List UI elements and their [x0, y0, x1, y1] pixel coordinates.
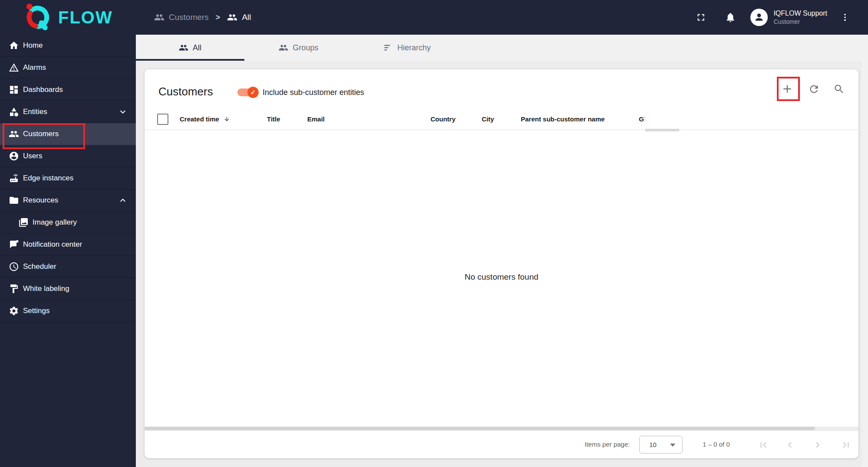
sidebar-item-resources[interactable]: Resources — [0, 189, 136, 212]
column-header-truncated[interactable]: G — [639, 108, 645, 130]
sidebar-item-entities[interactable]: Entities — [0, 101, 136, 123]
photo-library-icon — [18, 217, 29, 228]
sidebar-item-customers[interactable]: Customers — [0, 123, 136, 145]
sidebar-item-label: Scheduler — [23, 262, 56, 271]
sidebar-item-label: Dashboards — [23, 85, 63, 94]
table-header-row: Created time Title Email Country City Pa… — [145, 108, 858, 130]
sidebar-item-label: Users — [23, 152, 42, 160]
select-all-checkbox[interactable] — [157, 114, 168, 125]
column-header-parent-sub-customer[interactable]: Parent sub-customer name — [521, 108, 605, 130]
last-page-icon — [840, 439, 852, 451]
people-icon — [227, 12, 237, 23]
sidebar-item-label: Resources — [23, 196, 58, 205]
fullscreen-icon — [695, 12, 707, 23]
shapes-icon — [9, 107, 19, 117]
top-header-bar: FLOW Customers > All — [0, 0, 868, 35]
sidebar-item-scheduler[interactable]: Scheduler — [0, 256, 136, 278]
chevron-up-icon — [118, 195, 128, 206]
tab-all[interactable]: All — [136, 35, 244, 61]
toggle-thumb-check-icon: ✓ — [247, 87, 259, 98]
router-icon — [9, 173, 19, 183]
notifications-bell-icon — [725, 12, 736, 23]
customers-tab-bar: All Groups Hierarchy — [136, 35, 868, 61]
dashboards-grid-icon — [9, 85, 19, 95]
sidebar-item-label: White labeling — [23, 284, 69, 293]
iq-logo-icon — [23, 2, 55, 33]
app-root: FLOW Customers > All — [0, 0, 868, 467]
sidebar-item-settings[interactable]: Settings — [0, 300, 136, 322]
column-header-title[interactable]: Title — [267, 108, 280, 130]
column-header-city[interactable]: City — [482, 108, 494, 130]
sidebar-item-label: Customers — [23, 130, 59, 138]
items-per-page-label: Items per page: — [585, 431, 630, 458]
search-button[interactable] — [830, 80, 848, 98]
user-name: IQFLOW Support — [773, 9, 827, 18]
sidebar-item-image-gallery[interactable]: Image gallery — [0, 212, 136, 234]
first-page-icon — [758, 439, 769, 451]
card-title: Customers — [158, 85, 213, 98]
refresh-button[interactable] — [805, 80, 822, 98]
next-page-button[interactable] — [809, 436, 826, 454]
first-page-button[interactable] — [755, 436, 772, 454]
more-menu-button[interactable] — [838, 9, 852, 26]
breadcrumb-label: Customers — [169, 13, 209, 22]
account-circle-icon — [9, 151, 19, 161]
sidebar-item-notification-center[interactable]: Notification center — [0, 234, 136, 256]
folder-icon — [9, 195, 19, 206]
sidebar-item-edge-instances[interactable]: Edge instances — [0, 167, 136, 189]
sidebar-item-label: Entities — [23, 108, 47, 116]
vertical-scrollbar-track[interactable] — [862, 35, 868, 467]
sidebar-item-white-labeling[interactable]: White labeling — [0, 278, 136, 300]
horizontal-scrollbar-thumb[interactable] — [145, 427, 815, 430]
warning-triangle-icon — [9, 62, 19, 73]
people-icon — [9, 129, 19, 139]
customers-table-card: Customers ✓ Include sub-customer entitie… — [145, 69, 858, 458]
user-avatar[interactable] — [750, 9, 768, 26]
sidebar-item-label: Alarms — [23, 63, 46, 72]
column-header-country[interactable]: Country — [431, 108, 456, 130]
horizontal-scrollbar-track — [145, 427, 858, 430]
sidebar-item-dashboards[interactable]: Dashboards — [0, 79, 136, 101]
sidebar-item-label: Home — [23, 41, 43, 50]
breadcrumb-customers[interactable]: Customers — [154, 12, 209, 23]
header-scroll-indicator — [645, 129, 679, 131]
user-info[interactable]: IQFLOW Support Customer — [773, 9, 827, 26]
tab-hierarchy[interactable]: Hierarchy — [353, 35, 461, 61]
fullscreen-button[interactable] — [692, 9, 710, 26]
tab-groups[interactable]: Groups — [244, 35, 353, 61]
breadcrumb-all[interactable]: All — [227, 12, 251, 23]
notifications-button[interactable] — [722, 9, 739, 26]
sidebar-item-users[interactable]: Users — [0, 145, 136, 167]
sidebar-item-label: Edge instances — [23, 174, 73, 183]
select-caret-icon — [670, 444, 675, 447]
truncated-text-artifact — [644, 116, 645, 122]
sidebar-item-alarms[interactable]: Alarms — [0, 57, 136, 79]
hierarchy-lines-icon — [383, 43, 393, 52]
previous-page-button[interactable] — [781, 436, 799, 454]
toggle-label: Include sub-customer entities — [263, 88, 364, 97]
sidebar-item-label: Settings — [23, 307, 49, 315]
topbar-actions: IQFLOW Support Customer — [692, 0, 852, 35]
sidebar-item-label: Notification center — [23, 240, 82, 249]
column-header-created-time[interactable]: Created time — [180, 108, 230, 130]
add-customer-button[interactable] — [779, 80, 796, 98]
page-size-select[interactable]: 10 — [639, 436, 683, 454]
people-icon — [179, 43, 188, 52]
include-sub-customer-toggle[interactable]: ✓ — [237, 88, 257, 96]
refresh-icon — [808, 83, 820, 95]
chevron-right-icon — [812, 439, 823, 451]
empty-table-message: No customers found — [145, 272, 858, 282]
paginator-range-label: 1 – 0 of 0 — [703, 431, 730, 458]
iqflow-logo[interactable]: FLOW — [23, 3, 113, 32]
clock-icon — [9, 261, 19, 272]
chevron-left-icon — [784, 439, 796, 451]
column-header-email[interactable]: Email — [307, 108, 325, 130]
tab-label: Groups — [293, 43, 318, 52]
sort-desc-arrow-icon — [224, 116, 230, 122]
avatar-person-icon — [753, 11, 766, 24]
sidebar-item-home[interactable]: Home — [0, 35, 136, 57]
breadcrumb: Customers > All — [154, 0, 251, 35]
logo-wordmark: FLOW — [58, 8, 113, 27]
last-page-button[interactable] — [837, 436, 855, 454]
home-icon — [9, 40, 19, 51]
